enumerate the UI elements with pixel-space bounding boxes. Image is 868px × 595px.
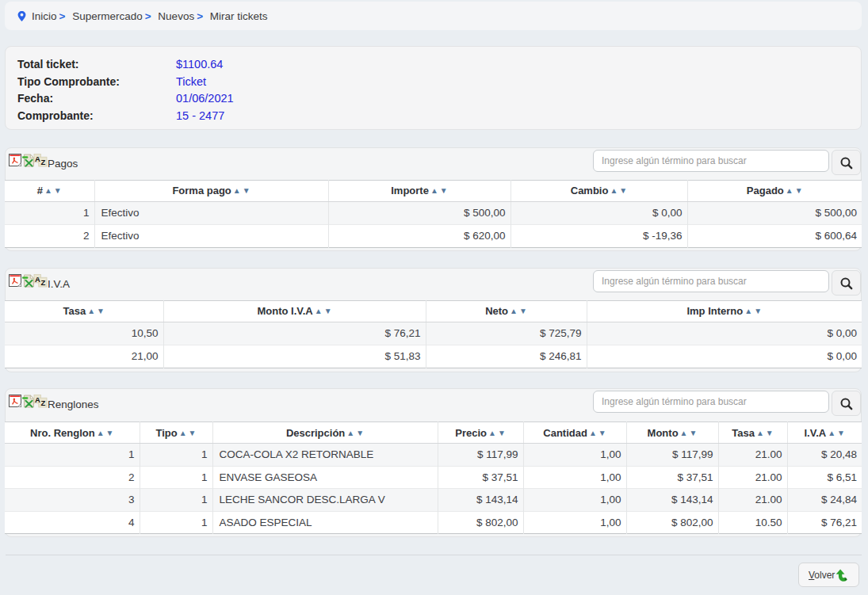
svg-text:Z: Z [41, 399, 46, 407]
svg-text:A: A [35, 154, 40, 163]
svg-text:Z: Z [41, 158, 46, 166]
svg-text:A: A [35, 395, 40, 404]
svg-text:A: A [35, 275, 40, 284]
svg-text:Z: Z [41, 278, 46, 287]
